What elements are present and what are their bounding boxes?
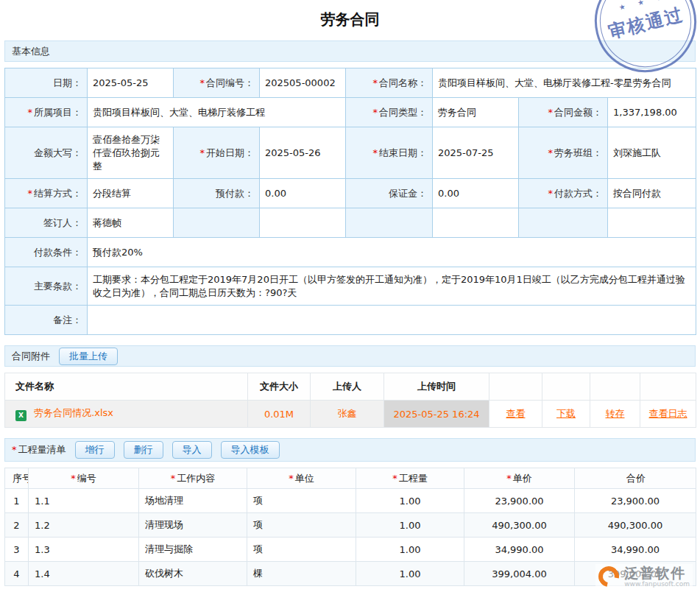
attachment-size: 0.01M: [248, 401, 311, 428]
attachment-name-cell: X 劳务合同情况.xlsx: [5, 401, 248, 428]
required-mark: *: [548, 188, 554, 199]
field-remark-value: [88, 306, 696, 335]
boq-cell-price: 399,004.00: [464, 562, 575, 586]
field-deposit-label: 保证金：: [346, 179, 433, 208]
delete-row-button[interactable]: 删行: [124, 441, 163, 459]
field-signer-label: 签订人：: [5, 208, 88, 238]
boq-header-row: 序号 *编号 *工作内容 *单位 *工程量 *单价 合价: [5, 468, 696, 489]
download-link[interactable]: 下载: [556, 408, 576, 419]
attachment-time: 2025-05-25 16:24: [384, 401, 489, 428]
boq-cell-unit: 项: [247, 513, 356, 538]
field-contract-type-label: *合同类型：: [346, 98, 433, 127]
page-title: 劳务合同: [0, 0, 700, 40]
import-button[interactable]: 导入: [172, 441, 212, 459]
attachment-download-cell: 下载: [542, 401, 590, 428]
form-row-8: 备注：: [5, 306, 696, 335]
boq-cell-code: 1.2: [29, 513, 139, 538]
empty-value-cell: [433, 208, 519, 238]
attachment-file-link[interactable]: 劳务合同情况.xlsx: [34, 407, 113, 418]
boq-cell-qty: 1.00: [356, 489, 464, 513]
boq-header-no: 序号: [5, 468, 29, 489]
field-labor-team-label: *劳务班组：: [519, 127, 608, 179]
boq-cell-price: 490,300.00: [464, 513, 575, 538]
boq-title: *工程量清单: [12, 443, 66, 457]
required-mark: *: [28, 107, 33, 118]
batch-upload-button[interactable]: 批量上传: [59, 348, 118, 365]
boq-cell-code: 1.3: [29, 538, 139, 562]
attachments-header-row: 文件名称 文件大小 上传人 上传时间: [5, 373, 696, 401]
boq-cell-unit: 项: [247, 538, 356, 562]
field-main-terms-label: 主要条款：: [5, 267, 88, 306]
attachment-view-cell: 查看: [489, 401, 542, 428]
required-mark: *: [373, 77, 378, 88]
form-row-1: 日期： 2025-05-25 *合同编号： 202505-00002 *合同名称…: [5, 68, 696, 98]
content: 基本信息 日期： 2025-05-25 *合同编号： 202505-00002 …: [0, 40, 700, 586]
field-contract-amount-value: 1,337,198.00: [608, 98, 696, 127]
field-contract-name-label: *合同名称：: [346, 68, 433, 98]
boq-header-total: 合价: [575, 468, 696, 489]
required-mark: *: [373, 147, 378, 158]
fanpu-logo-icon: [595, 563, 623, 591]
attachments-section: 合同附件 批量上传 文件名称 文件大小 上传人 上传时间 X 劳务合: [4, 345, 696, 428]
required-mark: *: [200, 147, 205, 158]
boq-cell-qty: 1.00: [356, 538, 464, 562]
attach-header-time: 上传时间: [384, 373, 489, 401]
attachment-transfer-cell: 转存: [590, 401, 640, 428]
field-settlement-value: 分段结算: [88, 179, 174, 208]
boq-cell-code: 1.4: [29, 562, 139, 586]
attach-header-action: [590, 373, 640, 401]
form-row-5: 签订人： 蒋德帧: [5, 208, 696, 238]
field-date-value: 2025-05-25: [88, 68, 174, 98]
field-end-date-value: 2025-07-25: [433, 127, 519, 179]
field-contract-no-value: 202505-00002: [260, 68, 346, 98]
import-template-button[interactable]: 导入模板: [221, 441, 280, 459]
basic-info-header-bar: 基本信息: [4, 40, 696, 62]
boq-cell-total: 34,990.00: [575, 538, 696, 562]
boq-table: 序号 *编号 *工作内容 *单位 *工程量 *单价 合价 1 1.1 场地清理 …: [4, 468, 696, 586]
fanpu-watermark-text: 泛普软件 www.fanpusoft.com: [624, 565, 690, 588]
field-prepayment-value: 0.00: [260, 179, 346, 208]
boq-row: 1 1.1 场地清理 项 1.00 23,900.00 23,900.00: [5, 489, 696, 513]
boq-cell-content: 清理现场: [139, 513, 247, 538]
boq-cell-content: 清理与掘除: [139, 538, 247, 562]
boq-header-bar: *工程量清单 增行 删行 导入 导入模板: [4, 438, 696, 462]
boq-header-unit: *单位: [247, 468, 356, 489]
boq-cell-total: 23,900.00: [575, 489, 696, 513]
field-end-date-label: *结束日期：: [346, 127, 433, 179]
field-deposit-value: 0.00: [433, 179, 519, 208]
excel-file-icon: X: [15, 410, 26, 421]
boq-cell-total: 490,300.00: [575, 513, 696, 538]
attach-header-action: [542, 373, 590, 401]
boq-cell-price: 34,990.00: [464, 538, 575, 562]
view-log-link[interactable]: 查看日志: [649, 408, 687, 419]
field-main-terms-value: 工期要求：本分包工程定于2019年7月20日开工（以甲方签发的开工通知为准），定…: [88, 267, 696, 306]
view-link[interactable]: 查看: [506, 408, 526, 419]
transfer-link[interactable]: 转存: [606, 408, 625, 419]
add-row-button[interactable]: 增行: [75, 441, 115, 459]
field-prepayment-label: 预付款：: [174, 179, 260, 208]
required-mark: *: [12, 444, 17, 455]
attach-header-action: [489, 373, 542, 401]
attachments-header-bar: 合同附件 批量上传: [4, 345, 696, 367]
attach-header-size: 文件大小: [248, 373, 311, 401]
empty-label-cell: [519, 208, 608, 238]
field-contract-amount-label: *合同金额：: [519, 98, 608, 127]
attachments-table: 文件名称 文件大小 上传人 上传时间 X 劳务合同情况.xlsx 0.01M 张…: [4, 373, 696, 428]
basic-info-title: 基本信息: [12, 45, 50, 58]
field-contract-name-value: 贵阳项目样板间、大堂、电梯厅装修工程-零星劳务合同: [433, 68, 696, 98]
field-start-date-value: 2025-05-26: [260, 127, 346, 179]
field-signer-value: 蒋德帧: [88, 208, 174, 238]
required-mark: *: [548, 107, 554, 118]
boq-cell-no: 3: [5, 538, 29, 562]
fanpu-watermark: 泛普软件 www.fanpusoft.com: [595, 564, 693, 589]
field-project-value: 贵阳项目样板间、大堂、电梯厅装修工程: [88, 98, 346, 127]
field-settlement-label: *结算方式：: [5, 179, 88, 208]
boq-cell-code: 1.1: [29, 489, 139, 513]
basic-info-form: 日期： 2025-05-25 *合同编号： 202505-00002 *合同名称…: [4, 68, 696, 335]
boq-cell-qty: 1.00: [356, 562, 464, 586]
boq-header-price: *单价: [464, 468, 575, 489]
field-amount-caps-value: 壹佰叁拾叁万柒仟壹佰玖拾捌元整: [88, 127, 174, 179]
boq-cell-no: 2: [5, 513, 29, 538]
field-payment-condition-label: 付款条件：: [5, 238, 88, 267]
field-date-label: 日期：: [5, 68, 88, 98]
